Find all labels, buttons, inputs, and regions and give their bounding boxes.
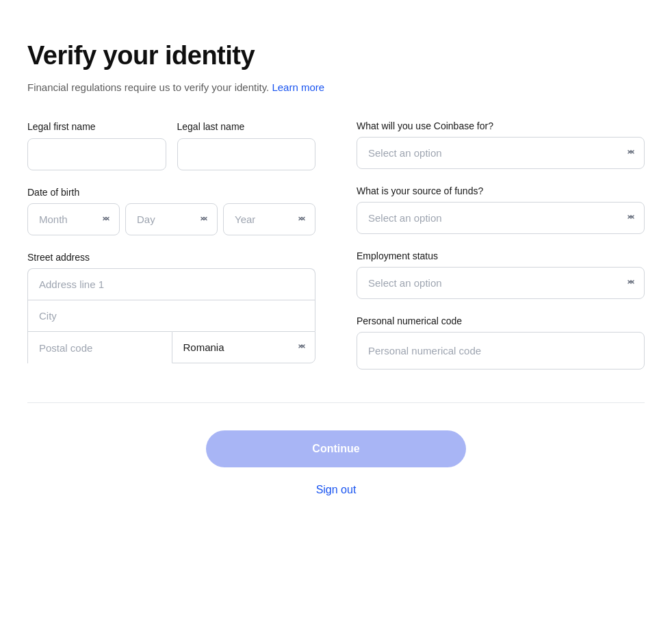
dob-field-group: Date of birth Month January February Mar… [27,187,315,235]
pnc-label: Personal numerical code [357,315,645,326]
legal-first-name-group: Legal first name [27,120,166,170]
name-row: Legal first name Legal last name [27,120,315,170]
day-select-wrapper: Day 1 2 3 [125,203,218,235]
employment-status-select-wrapper: Select an option Employed Self-employed … [357,267,645,299]
continue-button[interactable]: Continue [206,430,466,467]
coinbase-use-field-group: What will you use Coinbase for? Select a… [357,120,645,169]
year-select-wrapper: Year 2000 1990 [223,203,315,235]
legal-first-name-input[interactable] [27,138,166,170]
day-select[interactable]: Day 1 2 3 [125,203,218,235]
source-of-funds-select[interactable]: Select an option Salary Business [357,202,645,234]
address-stack: Romania United States [27,268,315,363]
pnc-field-group: Personal numerical code [357,315,645,370]
country-select-wrapper: Romania United States [172,331,316,363]
address-line1-input[interactable] [27,268,315,300]
legal-last-name-group: Legal last name [177,120,316,170]
form-left: Legal first name Legal last name Date of… [27,120,315,370]
street-address-label: Street address [27,252,315,263]
sign-out-link[interactable]: Sign out [316,484,357,496]
form-right: What will you use Coinbase for? Select a… [357,120,645,370]
city-input[interactable] [27,300,315,331]
employment-status-select[interactable]: Select an option Employed Self-employed … [357,267,645,299]
employment-status-label: Employment status [357,250,645,261]
footer-section: Continue Sign out [27,430,645,496]
postal-code-input[interactable] [27,331,172,363]
learn-more-link[interactable]: Learn more [272,81,324,93]
page-title: Verify your identity [27,41,645,70]
year-select[interactable]: Year 2000 1990 [223,203,315,235]
dob-label: Date of birth [27,187,315,198]
date-row: Month January February March April May J… [27,203,315,235]
page-subtitle: Financial regulations require us to veri… [27,81,645,93]
page-container: Verify your identity Financial regulatio… [27,41,645,496]
employment-status-field-group: Employment status Select an option Emplo… [357,250,645,299]
country-select[interactable]: Romania United States [172,331,316,363]
source-of-funds-select-wrapper: Select an option Salary Business [357,202,645,234]
legal-first-name-label: Legal first name [27,121,96,132]
coinbase-use-label: What will you use Coinbase for? [357,120,645,131]
legal-last-name-input[interactable] [177,138,316,170]
street-address-field-group: Street address Romania United States [27,252,315,363]
pnc-input[interactable] [357,332,645,370]
form-grid: Legal first name Legal last name Date of… [27,120,645,496]
address-bottom-row: Romania United States [27,331,315,363]
source-of-funds-label: What is your source of funds? [357,185,645,196]
coinbase-use-select-wrapper: Select an option Investment Trading [357,137,645,169]
source-of-funds-field-group: What is your source of funds? Select an … [357,185,645,234]
month-select[interactable]: Month January February March April May J… [27,203,120,235]
coinbase-use-select[interactable]: Select an option Investment Trading [357,137,645,169]
legal-last-name-label: Legal last name [177,121,245,132]
name-field-group: Legal first name Legal last name [27,120,315,170]
form-divider [27,402,645,403]
month-select-wrapper: Month January February March April May J… [27,203,120,235]
